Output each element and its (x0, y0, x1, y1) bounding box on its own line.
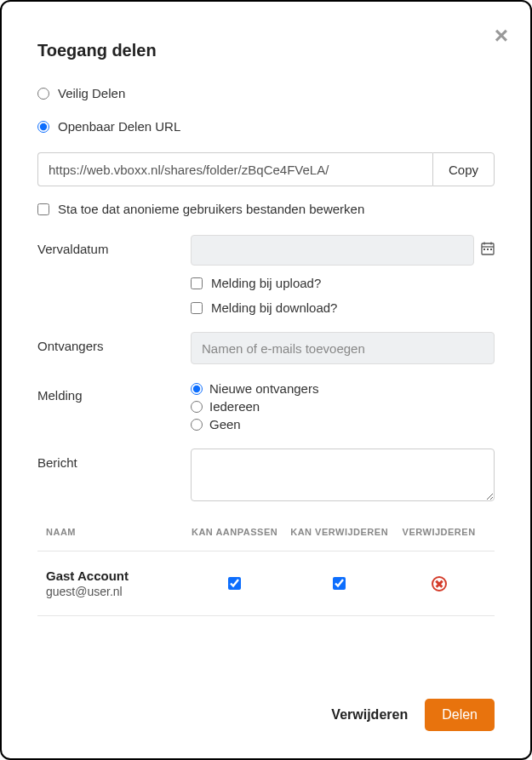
notify-none-label: Geen (209, 417, 241, 431)
delete-button[interactable]: Verwijderen (331, 707, 408, 723)
form-grid: Vervaldatum Melding bij upload? Melding … (37, 235, 495, 505)
copy-button[interactable]: Copy (432, 152, 495, 186)
expiry-label: Vervaldatum (37, 235, 191, 256)
notify-all-radio[interactable] (191, 401, 203, 413)
can-edit-checkbox[interactable] (228, 577, 241, 590)
svg-rect-4 (483, 249, 485, 250)
guest-email: guest@user.nl (46, 585, 182, 598)
notify-upload-checkbox[interactable] (191, 277, 203, 289)
svg-rect-5 (487, 249, 489, 250)
notify-upload-label: Melding bij upload? (211, 276, 321, 290)
share-url-row: Copy (37, 152, 495, 186)
share-type-secure[interactable]: Veilig Delen (37, 86, 495, 100)
notify-none-row[interactable]: Geen (191, 417, 495, 431)
recipients-input[interactable] (191, 332, 495, 364)
notify-all-row[interactable]: Iedereen (191, 399, 495, 414)
can-delete-checkbox[interactable] (333, 577, 346, 590)
modal-footer: Verwijderen Delen (37, 699, 495, 731)
notify-new-radio[interactable] (191, 383, 203, 395)
radio-public[interactable] (37, 121, 49, 133)
notify-label: Melding (37, 381, 191, 403)
notify-none-radio[interactable] (191, 419, 203, 431)
radio-secure[interactable] (37, 88, 49, 100)
notify-new-label: Nieuwe ontvangers (209, 381, 318, 396)
calendar-icon[interactable] (481, 242, 495, 259)
anonymous-edit-checkbox[interactable] (37, 203, 49, 215)
radio-secure-label: Veilig Delen (58, 86, 125, 100)
notify-options: Nieuwe ontvangers Iedereen Geen (191, 381, 495, 440)
recipients-cell (191, 332, 495, 373)
anonymous-edit-row[interactable]: Sta toe dat anonieme gebruikers bestande… (37, 202, 495, 216)
recipients-label: Ontvangers (37, 332, 191, 353)
col-edit: KAN AANPASSEN (182, 527, 287, 537)
remove-row-icon[interactable] (432, 576, 447, 591)
close-icon[interactable]: × (495, 24, 508, 48)
share-type-public[interactable]: Openbaar Delen URL (37, 119, 495, 134)
notify-new-row[interactable]: Nieuwe ontvangers (191, 381, 495, 396)
col-remove: VERWIJDEREN (392, 527, 486, 537)
col-name: NAAM (46, 527, 182, 537)
guest-cell: Gast Account guest@user.nl (46, 569, 182, 598)
expiry-cell: Melding bij upload? Melding bij download… (191, 235, 495, 323)
share-url-input[interactable] (37, 152, 432, 186)
notify-all-label: Iedereen (209, 399, 260, 414)
message-textarea[interactable] (191, 449, 495, 501)
col-delete: KAN VERWIJDEREN (287, 527, 392, 537)
svg-rect-6 (490, 249, 492, 250)
share-access-modal: × Toegang delen Veilig Delen Openbaar De… (0, 0, 532, 760)
expiry-date-input[interactable] (191, 235, 474, 266)
notify-upload-row[interactable]: Melding bij upload? (191, 276, 495, 290)
notify-download-row[interactable]: Melding bij download? (191, 300, 495, 315)
permissions-table-header: NAAM KAN AANPASSEN KAN VERWIJDEREN VERWI… (37, 527, 495, 551)
message-label: Bericht (37, 449, 191, 470)
share-button[interactable]: Delen (425, 699, 495, 731)
notify-download-label: Melding bij download? (211, 300, 337, 315)
message-cell (191, 449, 495, 505)
guest-name: Gast Account (46, 569, 182, 583)
notify-download-checkbox[interactable] (191, 302, 203, 314)
table-row: Gast Account guest@user.nl (37, 551, 495, 616)
radio-public-label: Openbaar Delen URL (58, 119, 180, 134)
anonymous-edit-label: Sta toe dat anonieme gebruikers bestande… (58, 202, 364, 216)
modal-title: Toegang delen (37, 41, 495, 60)
